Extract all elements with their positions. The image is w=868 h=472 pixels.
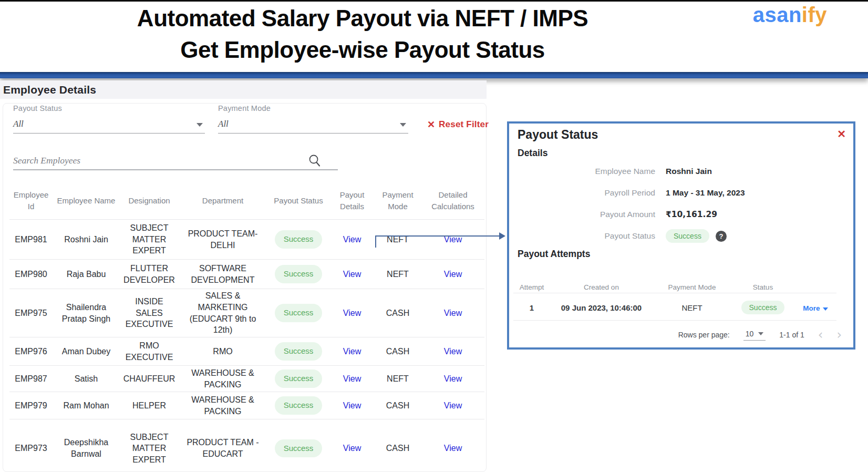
col-header-payout-details: Payout Details xyxy=(330,188,374,213)
cell-employee-id: EMP981 xyxy=(9,233,53,247)
more-label: More xyxy=(803,304,820,312)
page-title: Automated Salary Payout via NEFT / IMPS … xyxy=(0,3,725,66)
status-badge: Success xyxy=(275,304,323,322)
cell-payout-status: Success xyxy=(267,303,330,323)
cell-designation: HELPER xyxy=(120,399,179,413)
payout-details-view-link[interactable]: View xyxy=(343,374,361,383)
payment-mode-filter-select[interactable]: All xyxy=(218,118,408,134)
calculations-view-link[interactable]: View xyxy=(444,401,462,410)
cell-department: SALES & MARKETING (EDUCART 9th to 12th) xyxy=(179,289,267,336)
detail-value: Roshni Jain xyxy=(666,167,712,176)
calculations-view-link[interactable]: View xyxy=(444,309,462,317)
cell-employee-id: EMP980 xyxy=(9,268,53,281)
payout-details-view-link[interactable]: View xyxy=(343,347,361,356)
search-input[interactable]: Search Employees xyxy=(13,152,338,170)
cell-payment-mode: NEFT xyxy=(374,372,421,386)
divider xyxy=(513,320,836,321)
chevron-down-icon xyxy=(400,123,406,127)
col-header-department: Department xyxy=(179,194,267,208)
section-header: Employee Details xyxy=(0,80,487,99)
status-badge: Success xyxy=(275,370,323,387)
table-row: EMP975 Shailendra Pratap Singh INSIDE SA… xyxy=(9,289,484,337)
cell-payout-details: View xyxy=(330,399,374,413)
cell-payout-status: Success xyxy=(267,341,330,361)
cell-detailed-calculations: View xyxy=(421,345,484,358)
attempt-number: 1 xyxy=(513,303,550,312)
employee-table: Employee Id Employee Name Designation De… xyxy=(9,182,484,472)
payout-status-filter-select[interactable]: All xyxy=(13,118,205,134)
asanify-logo: asanify xyxy=(753,3,827,27)
cell-employee-name: Deepshikha Barnwal xyxy=(53,436,120,460)
cell-employee-name: Raja Babu xyxy=(53,268,120,281)
detail-value: 1 May - 31 May, 2023 xyxy=(666,188,745,198)
payout-details-view-link[interactable]: View xyxy=(343,270,361,279)
logo-text-blue: asan xyxy=(753,3,802,26)
cell-payout-status: Success xyxy=(267,395,330,415)
cell-designation: RMO EXECUTIVE xyxy=(120,339,179,364)
previous-page-icon[interactable]: ‹ xyxy=(818,329,823,341)
payout-status-filter-label: Payout Status xyxy=(13,104,62,112)
reset-filter-button[interactable]: ✕ Reset Filter xyxy=(427,119,489,130)
cell-department: WAREHOUSE & PACKING xyxy=(179,393,267,418)
table-header-row: Employee Id Employee Name Designation De… xyxy=(9,182,484,220)
chevron-down-icon xyxy=(823,307,828,311)
cell-designation: SUBJECT MATTER EXPERT xyxy=(120,221,179,258)
col-header-attempt: Attempt xyxy=(513,283,550,291)
calculations-view-link[interactable]: View xyxy=(444,374,462,383)
cell-payout-details: View xyxy=(330,372,374,386)
cell-payout-details: View xyxy=(330,442,374,455)
help-icon[interactable]: ? xyxy=(716,231,727,242)
col-header-detailed-calculations: Detailed Calculations xyxy=(421,188,484,213)
cell-employee-name: Aman Dubey xyxy=(53,345,120,358)
table-row: EMP981 Roshni Jain SUBJECT MATTER EXPERT… xyxy=(9,220,484,260)
status-badge: Success xyxy=(275,396,323,414)
payout-details-view-link[interactable]: View xyxy=(343,401,361,410)
pagination-range: 1-1 of 1 xyxy=(779,331,804,339)
status-badge: Success xyxy=(666,229,709,243)
calculations-view-link[interactable]: View xyxy=(444,347,462,356)
payout-details-view-link[interactable]: View xyxy=(343,309,361,317)
attempt-more: More xyxy=(794,303,836,312)
payment-mode-filter-value: All xyxy=(218,119,229,129)
attempt-created-on: 09 Jun 2023, 10:46:00 xyxy=(550,303,653,312)
cell-payout-status: Success xyxy=(267,368,330,388)
annotation-arrow-vertical xyxy=(375,235,376,248)
rows-per-page-select[interactable]: 10 xyxy=(743,330,766,341)
cell-detailed-calculations: View xyxy=(421,268,484,281)
cell-department: WAREHOUSE & PACKING xyxy=(179,366,267,391)
cell-employee-name: Satish xyxy=(53,372,120,386)
detail-value-amount: ₹10,161.29 xyxy=(666,210,717,219)
next-page-icon[interactable]: › xyxy=(836,329,842,341)
detail-label: Payroll Period xyxy=(509,188,655,198)
detail-label: Payout Status xyxy=(509,231,655,241)
calculations-view-link[interactable]: View xyxy=(444,270,462,279)
attempts-section-title: Payout Attempts xyxy=(518,249,590,260)
col-header-employee-id: Employee Id xyxy=(9,188,53,213)
cell-detailed-calculations: View xyxy=(421,306,484,320)
more-dropdown[interactable]: More xyxy=(803,304,828,312)
cell-payment-mode: CASH xyxy=(374,442,421,455)
cell-payout-details: View xyxy=(330,268,374,281)
status-badge: Success xyxy=(275,342,323,360)
page-title-line2: Get Employee-wise Payout Status xyxy=(0,34,725,66)
table-row: EMP973 Deepshikha Barnwal SUBJECT MATTER… xyxy=(9,419,484,472)
close-icon[interactable]: ✕ xyxy=(837,128,846,140)
cell-department: RMO xyxy=(179,345,267,358)
table-row: EMP987 Satish CHAUFFEUR WAREHOUSE & PACK… xyxy=(9,366,484,392)
rows-per-page-label: Rows per page: xyxy=(678,331,730,339)
payout-details-view-link[interactable]: View xyxy=(343,235,361,244)
cell-payout-status: Success xyxy=(267,438,330,458)
col-header-status: Status xyxy=(731,283,794,291)
calculations-view-link[interactable]: View xyxy=(444,444,462,453)
payout-details-view-link[interactable]: View xyxy=(343,444,361,453)
cell-employee-name: Shailendra Pratap Singh xyxy=(53,301,120,325)
window-top-edge xyxy=(0,0,868,2)
cell-payout-status: Success xyxy=(267,229,330,249)
payout-status-filter-value: All xyxy=(13,119,24,129)
cell-payment-mode: NEFT xyxy=(374,268,421,281)
col-header-payment-mode: Payment Mode xyxy=(653,283,731,291)
modal-title: Payout Status xyxy=(518,128,598,142)
annotation-arrow-head-icon xyxy=(499,232,505,240)
status-badge: Success xyxy=(275,230,323,248)
divider xyxy=(513,293,836,293)
